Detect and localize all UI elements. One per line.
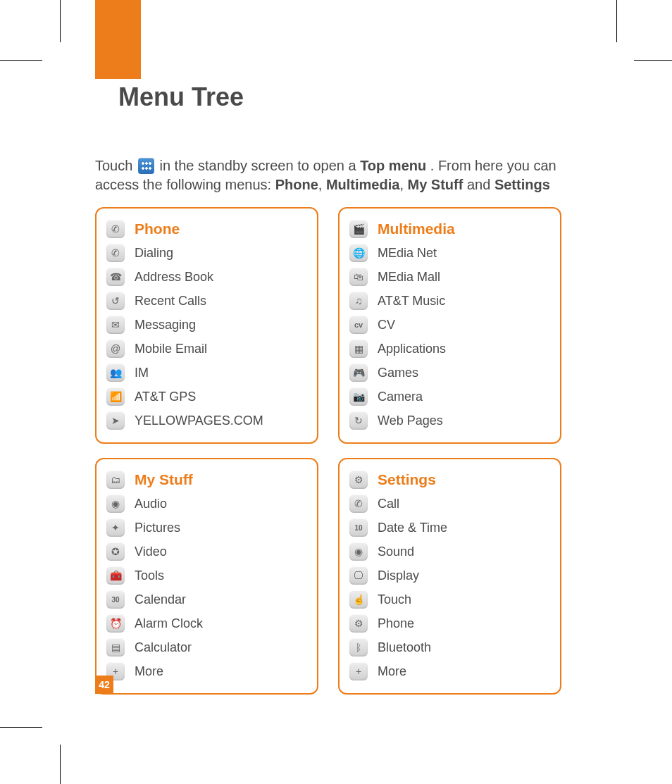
item-label: AT&T GPS (135, 390, 196, 404)
list-item: ✪Video (106, 540, 307, 564)
card-settings: ⚙ Settings ✆Call 10Date & Time ◉Sound 🖵D… (338, 458, 561, 695)
tools-icon: 🧰 (106, 566, 125, 585)
item-label: AT&T Music (378, 294, 445, 309)
intro-and: and (467, 177, 494, 192)
item-label: MEdia Mall (378, 270, 440, 285)
item-label: Camera (378, 390, 423, 404)
intro-top-menu: Top menu (360, 158, 426, 173)
list-item: ♫AT&T Music (349, 289, 550, 313)
item-label: More (135, 664, 163, 679)
media-net-icon: 🌐 (349, 244, 368, 262)
item-label: Pictures (135, 521, 180, 535)
item-label: YELLOWPAGES.COM (135, 413, 263, 428)
pictures-icon: ✦ (106, 518, 125, 537)
item-label: Calculator (135, 640, 192, 655)
list-item: 30Calendar (106, 587, 307, 611)
list-item: 🖵Display (349, 564, 550, 587)
call-icon: ✆ (349, 494, 368, 513)
list-item: ⚙Phone (349, 611, 550, 635)
intro-mid: in the standby screen to open a (160, 158, 361, 173)
crop-mark (0, 60, 42, 61)
item-label: Address Book (135, 270, 213, 285)
list-item: 🧰Tools (106, 564, 307, 587)
list-item: 🌐MEdia Net (349, 241, 550, 265)
list-item: ↺Recent Calls (106, 289, 307, 313)
media-mall-icon: 🛍 (349, 268, 368, 286)
list-item: +More (106, 659, 307, 683)
card-title: My Stuff (135, 471, 193, 488)
intro-text: Touch in the standby screen to open a To… (95, 156, 560, 194)
item-label: Sound (378, 545, 414, 559)
mobile-email-icon: @ (106, 340, 125, 358)
folder-icon: 🗂 (106, 471, 125, 489)
item-label: Calendar (135, 592, 186, 607)
item-label: Recent Calls (135, 294, 206, 309)
item-label: Mobile Email (135, 342, 207, 356)
list-item: ☝Touch (349, 587, 550, 611)
item-label: Touch (378, 592, 411, 607)
applications-icon: ▦ (349, 340, 368, 358)
list-item: ☎Address Book (106, 265, 307, 289)
item-label: Phone (378, 616, 414, 631)
display-icon: 🖵 (349, 566, 368, 585)
item-label: Call (378, 497, 399, 511)
web-pages-icon: ↻ (349, 411, 368, 430)
card-title: Settings (378, 471, 436, 488)
item-label: Video (135, 545, 167, 559)
card-title: Multimedia (378, 220, 455, 237)
item-label: CV (378, 318, 395, 332)
dialing-icon: ✆ (106, 244, 125, 262)
item-label: Alarm Clock (135, 616, 203, 631)
crop-mark (616, 0, 617, 42)
list-item: ✉Messaging (106, 313, 307, 337)
crop-mark (0, 727, 42, 728)
games-icon: 🎮 (349, 363, 368, 382)
item-label: Messaging (135, 318, 196, 332)
crop-mark (634, 60, 672, 61)
list-item: ⏰Alarm Clock (106, 611, 307, 635)
list-item: 👥IM (106, 361, 307, 385)
list-item: @Mobile Email (106, 337, 307, 361)
list-item: ➤YELLOWPAGES.COM (106, 409, 307, 433)
card-phone: ✆ Phone ✆Dialing ☎Address Book ↺Recent C… (95, 207, 318, 444)
page-tab (95, 0, 141, 79)
audio-icon: ◉ (106, 494, 125, 513)
item-label: Display (378, 568, 419, 583)
list-item: ✆Call (349, 492, 550, 516)
messaging-icon: ✉ (106, 316, 125, 334)
intro-m2: Multimedia (326, 177, 399, 192)
touch-icon: ☝ (349, 590, 368, 609)
im-icon: 👥 (106, 363, 125, 382)
item-label: IM (135, 366, 149, 380)
video-icon: ✪ (106, 542, 125, 561)
crop-mark (60, 745, 61, 784)
cv-icon: cv (349, 316, 368, 334)
list-item: 📷Camera (349, 385, 550, 409)
list-item: 📶AT&T GPS (106, 385, 307, 409)
item-label: Date & Time (378, 521, 447, 535)
phone-icon: ✆ (106, 220, 125, 238)
menu-icon (138, 158, 154, 174)
alarm-icon: ⏰ (106, 614, 125, 633)
gps-icon: 📶 (106, 387, 125, 406)
list-item: ✆Dialing (106, 241, 307, 265)
list-item: ᛒBluetooth (349, 635, 550, 659)
clapper-icon: 🎬 (349, 220, 368, 238)
item-label: Audio (135, 497, 167, 511)
menu-grid: ✆ Phone ✆Dialing ☎Address Book ↺Recent C… (95, 207, 561, 695)
bluetooth-icon: ᛒ (349, 638, 368, 657)
intro-m1: Phone (275, 177, 318, 192)
item-label: Games (378, 366, 418, 380)
gear-icon: ⚙ (349, 471, 368, 489)
recent-calls-icon: ↺ (106, 292, 125, 310)
list-item: +More (349, 659, 550, 683)
item-label: Bluetooth (378, 640, 431, 655)
list-item: 🎮Games (349, 361, 550, 385)
phone-settings-icon: ⚙ (349, 614, 368, 633)
sound-icon: ◉ (349, 542, 368, 561)
intro-m3: My Stuff (408, 177, 463, 192)
item-label: Web Pages (378, 413, 443, 428)
list-item: 10Date & Time (349, 516, 550, 540)
list-item: ✦Pictures (106, 516, 307, 540)
list-item: 🛍MEdia Mall (349, 265, 550, 289)
